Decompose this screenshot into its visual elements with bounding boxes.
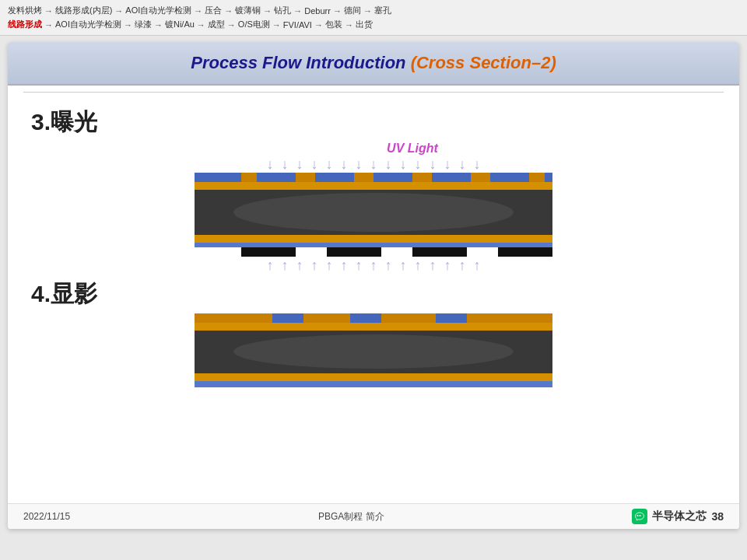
slide-footer: 2022/11/15 PBGA制程 简介 半导体之芯 38 bbox=[8, 503, 739, 529]
arrow: ↑ bbox=[326, 258, 333, 272]
arrow: ↑ bbox=[459, 258, 466, 272]
arrow: ↑ bbox=[385, 258, 392, 272]
arrow: ↓ bbox=[474, 157, 481, 171]
svg-rect-3 bbox=[315, 173, 354, 182]
arrow: ↓ bbox=[311, 157, 318, 171]
arrow: ↑ bbox=[311, 258, 318, 272]
proc-item: 镀Ni/Au bbox=[165, 19, 195, 30]
footer-logo: 半导体之芯 38 bbox=[632, 509, 724, 524]
svg-point-28 bbox=[640, 515, 641, 516]
section-4: 4.显影 bbox=[31, 278, 716, 387]
svg-rect-16 bbox=[412, 247, 467, 257]
arrow: ↑ bbox=[400, 258, 407, 272]
proc-item: 塞孔 bbox=[374, 5, 391, 16]
svg-point-27 bbox=[637, 515, 639, 516]
svg-rect-21 bbox=[436, 313, 467, 323]
svg-rect-7 bbox=[545, 173, 552, 182]
section-3-label: 3.曝光 bbox=[31, 107, 716, 138]
svg-rect-5 bbox=[432, 173, 471, 182]
arrow: ↓ bbox=[385, 157, 392, 171]
proc-item: AOI自动光学检测 bbox=[125, 5, 191, 16]
slide-header: Process Flow Introduction (Cross Section… bbox=[8, 42, 739, 86]
arrow: ↓ bbox=[267, 157, 274, 171]
svg-rect-25 bbox=[195, 373, 552, 381]
footer-page-num: 38 bbox=[711, 510, 724, 523]
slide: Process Flow Introduction (Cross Section… bbox=[8, 42, 739, 529]
proc-item: 成型 bbox=[208, 19, 225, 30]
proc-item: 线路形成(内层) bbox=[55, 5, 112, 16]
proc-item: 包装 bbox=[325, 19, 342, 30]
arrow: ↓ bbox=[370, 157, 377, 171]
arrow: ↑ bbox=[444, 258, 451, 272]
arrow: ↑ bbox=[282, 258, 289, 272]
svg-rect-14 bbox=[241, 247, 296, 257]
arrows-up: ↑ ↑ ↑ ↑ ↑ ↑ ↑ ↑ ↑ ↑ ↑ ↑ ↑ ↑ ↑ bbox=[202, 258, 545, 272]
arrow: ↑ bbox=[370, 258, 377, 272]
section-4-label: 4.显影 bbox=[31, 278, 716, 310]
proc-item-highlighted: 线路形成 bbox=[8, 19, 42, 30]
svg-rect-19 bbox=[272, 313, 303, 323]
uv-light-label: UV Light bbox=[109, 142, 716, 156]
arrows-down: ↓ ↓ ↓ ↓ ↓ ↓ ↓ ↓ ↓ ↓ ↓ ↓ ↓ ↓ ↓ bbox=[202, 157, 545, 171]
arrow: ↑ bbox=[356, 258, 363, 272]
wechat-icon bbox=[632, 509, 647, 524]
development-diagram bbox=[195, 313, 552, 387]
slide-title-suffix: (Cross Section–2) bbox=[411, 53, 556, 72]
proc-item: 发料烘烤 bbox=[8, 5, 42, 16]
proc-item: 钻孔 bbox=[274, 5, 291, 16]
svg-rect-15 bbox=[327, 247, 381, 257]
arrow: ↓ bbox=[356, 157, 363, 171]
arrow: ↑ bbox=[267, 258, 274, 272]
arrow: ↓ bbox=[430, 157, 437, 171]
process-row-2: 线路形成 → AOI自动光学检测 → 绿漆 → 镀Ni/Au → 成型 → O/… bbox=[8, 19, 739, 30]
svg-rect-4 bbox=[374, 173, 412, 182]
slide-title: Process Flow Introduction (Cross Section… bbox=[191, 53, 556, 72]
svg-point-24 bbox=[233, 334, 514, 369]
arrow: ↓ bbox=[341, 157, 348, 171]
arrow: ↓ bbox=[282, 157, 289, 171]
footer-logo-text: 半导体之芯 bbox=[652, 509, 707, 523]
arrow: ↓ bbox=[400, 157, 407, 171]
svg-rect-26 bbox=[195, 381, 552, 387]
proc-item: 出货 bbox=[356, 19, 373, 30]
slide-content: 3.曝光 UV Light ↓ ↓ ↓ ↓ ↓ ↓ ↓ ↓ ↓ ↓ ↓ ↓ ↓ … bbox=[8, 99, 739, 395]
proc-item: 德间 bbox=[344, 5, 361, 16]
arrow: ↓ bbox=[415, 157, 422, 171]
arrow: ↓ bbox=[326, 157, 333, 171]
svg-rect-22 bbox=[195, 323, 552, 331]
arrow: ↑ bbox=[341, 258, 348, 272]
proc-item: AOI自动光学检测 bbox=[55, 19, 121, 30]
arrow: ↓ bbox=[444, 157, 451, 171]
svg-rect-6 bbox=[490, 173, 529, 182]
footer-date: 2022/11/15 bbox=[23, 511, 70, 522]
proc-item: 压合 bbox=[205, 5, 222, 16]
footer-center: PBGA制程 简介 bbox=[318, 510, 384, 523]
svg-rect-17 bbox=[498, 247, 552, 257]
svg-point-10 bbox=[233, 193, 514, 232]
arrow: ↑ bbox=[415, 258, 422, 272]
svg-rect-11 bbox=[195, 235, 552, 243]
svg-rect-20 bbox=[350, 313, 381, 323]
divider bbox=[23, 92, 724, 93]
proc-item: O/S电测 bbox=[238, 19, 270, 30]
proc-item: 绿漆 bbox=[135, 19, 152, 30]
process-bar: 发料烘烤 → 线路形成(内层) → AOI自动光学检测 → 压合 → 镀薄铜 →… bbox=[0, 0, 747, 36]
proc-item: FVI/AVI bbox=[283, 20, 312, 30]
arrow: ↓ bbox=[459, 157, 466, 171]
svg-rect-1 bbox=[195, 173, 241, 182]
arrow: ↑ bbox=[296, 258, 303, 272]
svg-rect-2 bbox=[257, 173, 296, 182]
process-row-1: 发料烘烤 → 线路形成(内层) → AOI自动光学检测 → 压合 → 镀薄铜 →… bbox=[8, 5, 739, 16]
svg-rect-8 bbox=[195, 182, 552, 190]
proc-item: Deburr bbox=[304, 6, 331, 16]
section-3: 3.曝光 UV Light ↓ ↓ ↓ ↓ ↓ ↓ ↓ ↓ ↓ ↓ ↓ ↓ ↓ … bbox=[31, 107, 716, 272]
exposure-diagram bbox=[195, 173, 552, 257]
arrow: ↓ bbox=[296, 157, 303, 171]
proc-item: 镀薄铜 bbox=[235, 5, 261, 16]
svg-rect-12 bbox=[195, 243, 552, 247]
arrow: ↑ bbox=[474, 258, 481, 272]
arrow: ↑ bbox=[430, 258, 437, 272]
